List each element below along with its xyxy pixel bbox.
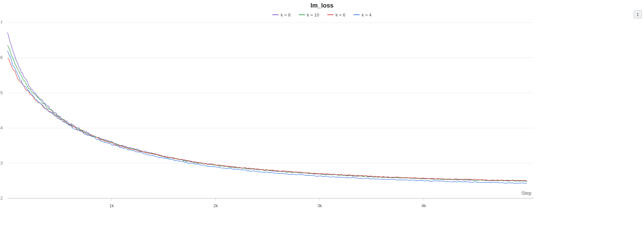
chart-svg: 2345671k2k3k4kStep [8,21,534,217]
legend-label: k = 8 [281,12,291,17]
svg-text:6: 6 [0,55,3,60]
chart-plot-area[interactable]: 2345671k2k3k4kStep [8,21,534,217]
series-swatch-icon [327,14,334,15]
legend-item-3[interactable]: k = 4 [353,12,372,17]
svg-text:1k: 1k [109,203,114,208]
svg-text:7: 7 [0,20,3,25]
series-swatch-icon [299,14,305,15]
series-swatch-icon [272,14,279,15]
svg-text:5: 5 [0,90,3,95]
chevron-up-icon: ▲ [637,12,639,14]
chart-container: { "title": "lm_loss", "xlabel": "Step", … [0,0,644,236]
svg-text:Step: Step [521,190,531,196]
svg-text:2k: 2k [213,203,218,208]
svg-text:2: 2 [0,196,3,201]
svg-text:3: 3 [0,161,3,166]
svg-text:4: 4 [0,125,3,130]
chart-legend: k = 8 k = 10 k = 6 k = 4 [0,11,644,17]
legend-label: k = 10 [307,12,319,17]
svg-text:3k: 3k [317,203,322,208]
legend-item-0[interactable]: k = 8 [272,12,291,17]
svg-text:4k: 4k [421,203,426,208]
legend-label: k = 4 [362,12,372,17]
series-swatch-icon [353,14,360,15]
chart-options-button[interactable]: ▲ ▼ [634,10,642,19]
legend-item-2[interactable]: k = 6 [327,12,346,17]
legend-label: k = 6 [336,12,346,17]
chart-title: lm_loss [0,2,644,9]
legend-item-1[interactable]: k = 10 [299,12,319,17]
chevron-down-icon: ▼ [637,14,639,17]
